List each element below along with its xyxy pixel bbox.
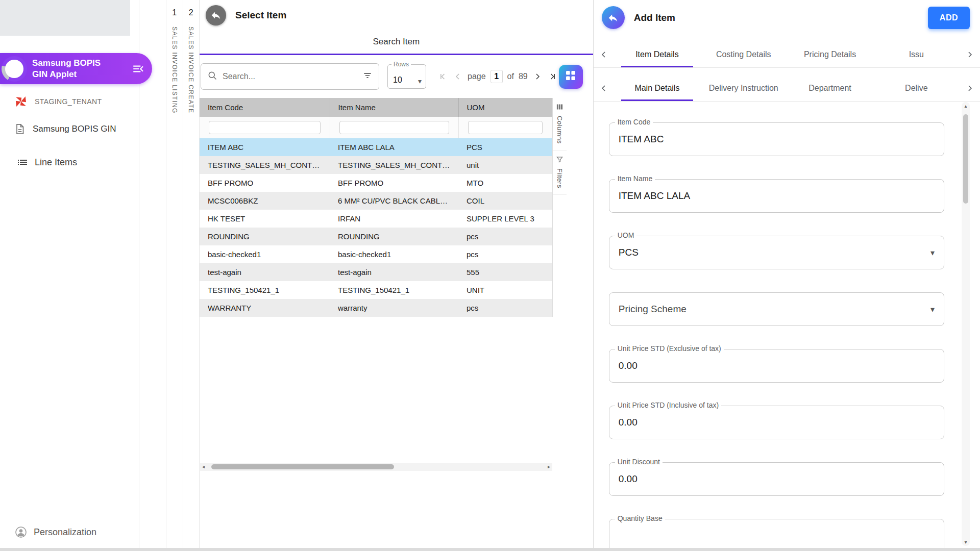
tab-issu[interactable]: Issu [873, 41, 960, 67]
field-input[interactable]: 0.00 [609, 406, 944, 439]
tab-search-item[interactable]: Search Item [200, 26, 593, 55]
search-input[interactable] [223, 72, 362, 81]
add-button[interactable]: ADD [928, 7, 970, 29]
columns-tool-button[interactable]: Columns [553, 98, 567, 151]
table-row[interactable]: MCSC006BKZ 6 MM² CU/PVC BLACK CABLE 1...… [200, 192, 552, 210]
cell-item-code: ITEM ABC [200, 138, 330, 156]
scroll-down-icon[interactable]: ▾ [962, 539, 970, 545]
cell-item-name: warranty [330, 299, 458, 317]
tab-main-details[interactable]: Main Details [614, 75, 700, 101]
horizontal-scrollbar[interactable]: ◂ ▸ [200, 463, 552, 471]
column-header-uom[interactable]: UOM [458, 98, 552, 117]
field-input[interactable]: 0.00 [609, 462, 944, 496]
vertical-scrollbar[interactable]: ▴ ▾ [962, 102, 970, 546]
back-button[interactable] [602, 6, 625, 29]
cell-item-name: ITEM ABC LALA [330, 138, 458, 156]
pagination: page 1 of 89 [436, 70, 559, 83]
workflow-tab-number: 1 [172, 8, 177, 17]
tab-delive[interactable]: Delive [873, 75, 960, 101]
first-page-button[interactable] [436, 70, 450, 83]
cell-uom: unit [458, 156, 552, 174]
current-page-input[interactable]: 1 [491, 70, 503, 83]
logo-placeholder [0, 0, 130, 36]
next-page-button[interactable] [531, 70, 544, 83]
uom-filter-input[interactable] [468, 121, 543, 134]
table-row[interactable]: TESTING_150421_1 TESTING_150421_1 UNIT [200, 281, 552, 299]
table-row[interactable]: HK TESET IRFAN SUPPLER LEVEL 3 [200, 210, 552, 228]
panel-title: Select Item [235, 10, 286, 21]
scroll-up-icon[interactable]: ▴ [962, 103, 970, 109]
field-value: Pricing Scheme [619, 304, 924, 315]
item-name-filter-input[interactable] [339, 121, 449, 134]
field-label: Unit Price STD (Exclusive of tax) [615, 344, 724, 353]
app-row[interactable]: Samsung BOPIS GIN [13, 122, 116, 136]
cell-uom: pcs [458, 228, 552, 245]
tenant-logo-icon [13, 94, 29, 109]
field-label: Item Code [615, 118, 653, 126]
cell-item-code: test-again [200, 263, 330, 281]
field-input[interactable] [609, 519, 944, 551]
back-button[interactable] [206, 5, 226, 26]
chevron-down-icon: ▾ [930, 248, 935, 258]
grid-view-button[interactable] [559, 65, 583, 89]
previous-page-button[interactable] [451, 70, 464, 83]
table-row[interactable]: ROUNDING ROUNDING pcs [200, 228, 552, 245]
field-input[interactable]: PCS ▾ [609, 236, 944, 269]
add-item-form: Item Code ITEM ABC Item Name ITEM ABC LA… [594, 102, 980, 551]
panel-title: Add Item [634, 12, 675, 23]
applet-switcher[interactable]: Samsung BOPIS GIN Applet [0, 53, 152, 84]
field-input[interactable]: ITEM ABC [609, 122, 944, 156]
field-item-code: Item Code ITEM ABC [609, 122, 944, 156]
cell-item-name: TESTING_SALES_MH_CONTRACT [330, 156, 458, 174]
field-pricing-scheme: Pricing Scheme ▾ [609, 292, 944, 326]
workflow-tab-number: 2 [189, 8, 193, 17]
rows-label: Rows [391, 61, 411, 68]
table-row[interactable]: TESTING_SALES_MH_CONTRACT TESTING_SALES_… [200, 156, 552, 174]
funnel-icon [556, 156, 564, 165]
workflow-tab-2[interactable]: 2SALES INVOICE CREATE [183, 0, 200, 551]
tab-delivery-instruction[interactable]: Delivery Instruction [700, 75, 787, 101]
primary-tab-row: Item DetailsCosting DetailsPricing Detai… [594, 41, 980, 68]
vertical-scrollbar-thumb[interactable] [963, 114, 968, 204]
cell-item-name: ROUNDING [330, 228, 458, 245]
sidebar-item-line-items[interactable]: Line Items [16, 156, 77, 168]
item-code-filter-input[interactable] [209, 121, 321, 134]
cell-uom: PCS [458, 138, 552, 156]
tab-department[interactable]: Department [787, 75, 873, 101]
field-unit-price-std-exclusive-of-tax: Unit Price STD (Exclusive of tax) 0.00 [609, 349, 944, 383]
field-input[interactable]: Pricing Scheme ▾ [609, 292, 944, 326]
table-row[interactable]: WARRANTY warranty pcs [200, 299, 552, 317]
filter-cell [200, 117, 330, 138]
field-value: 0.00 [619, 360, 935, 371]
field-input[interactable]: ITEM ABC LALA [609, 179, 944, 213]
field-label: Item Name [615, 174, 655, 183]
filters-tool-button[interactable]: Filters [553, 151, 567, 195]
chevron-left-icon[interactable] [594, 41, 614, 67]
menu-open-icon[interactable] [132, 62, 145, 76]
column-header-item-code[interactable]: Item Code [200, 98, 330, 117]
tab-item-details[interactable]: Item Details [614, 41, 700, 67]
table-row[interactable]: basic-checked1 basic-checked1 pcs [200, 245, 552, 263]
scroll-left-icon[interactable]: ◂ [202, 464, 205, 469]
last-page-button[interactable] [546, 70, 559, 83]
personalization-button[interactable]: Personalization [14, 525, 96, 539]
filter-list-icon[interactable] [362, 70, 373, 83]
field-input[interactable]: 0.00 [609, 349, 944, 383]
person-icon [14, 525, 28, 539]
add-item-header: Add Item ADD [594, 0, 980, 29]
scroll-right-icon[interactable]: ▸ [548, 464, 550, 469]
horizontal-scrollbar-thumb[interactable] [211, 464, 394, 469]
table-row[interactable]: BFF PROMO BFF PROMO MTO [200, 174, 552, 192]
chevron-right-icon[interactable] [960, 75, 980, 101]
table-row[interactable]: ITEM ABC ITEM ABC LALA PCS [200, 138, 552, 156]
tab-pricing-details[interactable]: Pricing Details [787, 41, 873, 67]
tenant-row[interactable]: STAGING_TENANT [13, 94, 102, 109]
list-icon [16, 156, 29, 168]
chevron-right-icon[interactable] [960, 41, 980, 67]
table-row[interactable]: test-again test-again 555 [200, 263, 552, 281]
tab-costing-details[interactable]: Costing Details [700, 41, 787, 67]
column-header-item-name[interactable]: Item Name [330, 98, 458, 117]
rows-per-page-select[interactable]: Rows 10 ▾ [387, 64, 426, 89]
workflow-tab-1[interactable]: 1SALES INVOICE LISTING [166, 0, 183, 551]
chevron-left-icon[interactable] [594, 75, 614, 101]
